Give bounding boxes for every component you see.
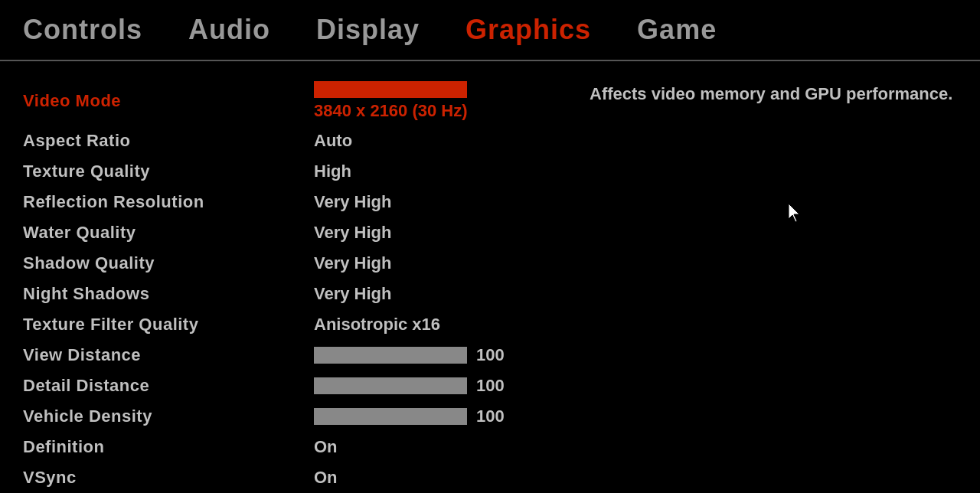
nav-item-audio[interactable]: Audio (188, 14, 270, 46)
info-panel: Affects video memory and GPU performance… (590, 77, 957, 493)
view-distance-row: View Distance 100 (23, 340, 559, 371)
detail-distance-slider-container: 100 (314, 376, 505, 396)
view-distance-slider-container: 100 (314, 345, 505, 365)
texture-filter-quality-value[interactable]: Anisotropic x16 (314, 315, 440, 335)
video-mode-row: Video Mode 3840 x 2160 (30 Hz) (23, 77, 559, 126)
texture-quality-value[interactable]: High (314, 162, 351, 181)
water-quality-value[interactable]: Very High (314, 223, 391, 243)
texture-quality-label: Texture Quality (23, 162, 314, 181)
vehicle-density-row: Vehicle Density 100 (23, 401, 559, 432)
settings-panel: Video Mode 3840 x 2160 (30 Hz) Aspect Ra… (23, 77, 559, 493)
texture-filter-quality-row: Texture Filter Quality Anisotropic x16 (23, 309, 559, 340)
nav-item-game[interactable]: Game (637, 14, 717, 46)
view-distance-slider[interactable] (314, 347, 467, 364)
detail-distance-row: Detail Distance 100 (23, 371, 559, 401)
cursor-area (590, 104, 957, 257)
aspect-ratio-value[interactable]: Auto (314, 131, 352, 151)
texture-filter-quality-label: Texture Filter Quality (23, 315, 314, 335)
detail-distance-slider[interactable] (314, 377, 467, 394)
video-mode-bar (314, 81, 467, 98)
mouse-cursor-icon (789, 204, 802, 222)
definition-row: Definition On (23, 432, 559, 462)
vehicle-density-value: 100 (476, 406, 505, 426)
vsync-row: VSync On (23, 462, 559, 493)
reflection-resolution-value[interactable]: Very High (314, 192, 391, 212)
vsync-label: VSync (23, 468, 314, 488)
reflection-resolution-row: Reflection Resolution Very High (23, 187, 559, 217)
vehicle-density-label: Vehicle Density (23, 406, 314, 426)
night-shadows-value[interactable]: Very High (314, 284, 391, 304)
night-shadows-row: Night Shadows Very High (23, 279, 559, 309)
video-mode-label: Video Mode (23, 91, 314, 111)
view-distance-label: View Distance (23, 345, 314, 365)
vsync-value[interactable]: On (314, 468, 338, 488)
shadow-quality-label: Shadow Quality (23, 253, 314, 273)
nav-bar: Controls Audio Display Graphics Game (0, 0, 980, 61)
vehicle-density-slider-container: 100 (314, 406, 505, 426)
video-mode-value: 3840 x 2160 (30 Hz) (314, 101, 468, 121)
svg-marker-0 (789, 204, 799, 222)
nav-item-display[interactable]: Display (316, 14, 420, 46)
detail-distance-value: 100 (476, 376, 505, 396)
nav-item-controls[interactable]: Controls (23, 14, 142, 46)
water-quality-label: Water Quality (23, 223, 314, 243)
vehicle-density-slider[interactable] (314, 408, 467, 425)
view-distance-value: 100 (476, 345, 505, 365)
detail-distance-label: Detail Distance (23, 376, 314, 396)
shadow-quality-row: Shadow Quality Very High (23, 248, 559, 279)
night-shadows-label: Night Shadows (23, 284, 314, 304)
definition-label: Definition (23, 437, 314, 457)
texture-quality-row: Texture Quality High (23, 156, 559, 187)
content-area: Video Mode 3840 x 2160 (30 Hz) Aspect Ra… (0, 61, 980, 493)
aspect-ratio-label: Aspect Ratio (23, 131, 314, 151)
water-quality-row: Water Quality Very High (23, 217, 559, 248)
definition-value[interactable]: On (314, 437, 338, 457)
shadow-quality-value[interactable]: Very High (314, 253, 391, 273)
reflection-resolution-label: Reflection Resolution (23, 192, 314, 212)
video-mode-control[interactable]: 3840 x 2160 (30 Hz) (314, 81, 468, 121)
nav-item-graphics[interactable]: Graphics (466, 14, 591, 46)
info-text: Affects video memory and GPU performance… (590, 77, 952, 103)
aspect-ratio-row: Aspect Ratio Auto (23, 126, 559, 156)
